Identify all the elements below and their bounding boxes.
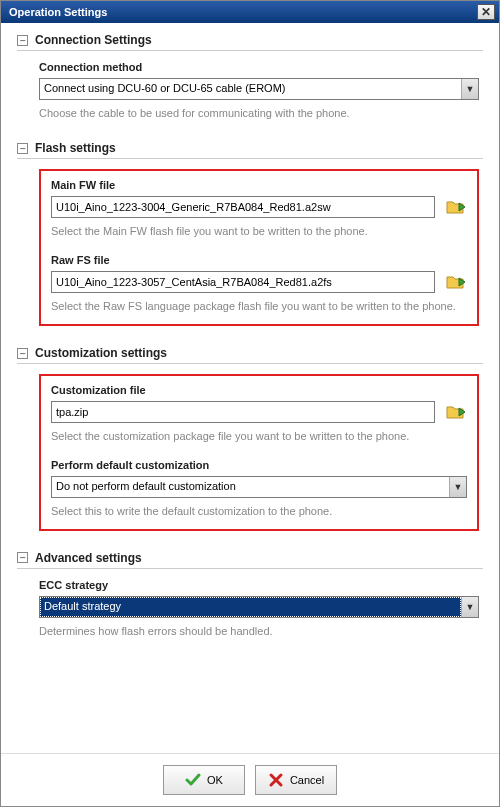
raw-fs-field: Raw FS file U10i_Aino_1223-3057_CentAsia…: [51, 254, 467, 314]
dialog-button-bar: OK Cancel: [1, 753, 499, 805]
perform-default-help: Select this to write the default customi…: [51, 504, 467, 519]
section-header-customization: − Customization settings: [17, 346, 483, 364]
main-fw-help: Select the Main FW flash file you want t…: [51, 224, 467, 239]
ok-button-label: OK: [207, 774, 223, 786]
cancel-button-label: Cancel: [290, 774, 324, 786]
connection-method-label: Connection method: [39, 61, 479, 73]
minus-icon: −: [19, 553, 25, 562]
section-body-customization: Customization file tpa.zip Select the cu…: [17, 374, 483, 531]
chevron-down-icon: ▼: [466, 602, 475, 612]
perform-default-dropdown[interactable]: Do not perform default customization ▼: [51, 476, 467, 498]
connection-method-dropdown[interactable]: Connect using DCU-60 or DCU-65 cable (ER…: [39, 78, 479, 100]
dialog-content: − Connection Settings Connection method …: [1, 23, 499, 753]
connection-method-help: Choose the cable to be used for communic…: [39, 106, 479, 121]
browse-customization-button[interactable]: [445, 401, 467, 423]
cross-icon: [268, 772, 284, 788]
close-icon: ✕: [481, 5, 491, 19]
section-header-advanced: − Advanced settings: [17, 551, 483, 569]
minus-icon: −: [19, 144, 25, 153]
section-toggle-flash[interactable]: −: [17, 143, 28, 154]
minus-icon: −: [19, 36, 25, 45]
customization-file-label: Customization file: [51, 384, 467, 396]
customization-highlight-box: Customization file tpa.zip Select the cu…: [39, 374, 479, 531]
raw-fs-input[interactable]: U10i_Aino_1223-3057_CentAsia_R7BA084_Red…: [51, 271, 435, 293]
section-title-connection: Connection Settings: [35, 33, 152, 47]
section-toggle-connection[interactable]: −: [17, 35, 28, 46]
chevron-down-icon: ▼: [454, 482, 463, 492]
main-fw-value: U10i_Aino_1223-3004_Generic_R7BA084_Red8…: [56, 201, 331, 213]
ecc-strategy-value: Default strategy: [40, 597, 461, 617]
section-toggle-customization[interactable]: −: [17, 348, 28, 359]
ok-button[interactable]: OK: [163, 765, 245, 795]
section-title-advanced: Advanced settings: [35, 551, 142, 565]
raw-fs-help: Select the Raw FS language package flash…: [51, 299, 467, 314]
section-title-customization: Customization settings: [35, 346, 167, 360]
raw-fs-value: U10i_Aino_1223-3057_CentAsia_R7BA084_Red…: [56, 276, 332, 288]
section-body-connection: Connection method Connect using DCU-60 o…: [17, 61, 483, 121]
section-flash: − Flash settings Main FW file U10i_Aino_…: [17, 141, 483, 326]
section-toggle-advanced[interactable]: −: [17, 552, 28, 563]
main-fw-input[interactable]: U10i_Aino_1223-3004_Generic_R7BA084_Red8…: [51, 196, 435, 218]
chevron-down-icon: ▼: [466, 84, 475, 94]
browse-raw-fs-button[interactable]: [445, 271, 467, 293]
minus-icon: −: [19, 349, 25, 358]
section-title-flash: Flash settings: [35, 141, 116, 155]
customization-file-help: Select the customization package file yo…: [51, 429, 467, 444]
window-titlebar: Operation Settings ✕: [1, 1, 499, 23]
checkmark-icon: [185, 772, 201, 788]
main-fw-label: Main FW file: [51, 179, 467, 191]
flash-highlight-box: Main FW file U10i_Aino_1223-3004_Generic…: [39, 169, 479, 326]
section-connection: − Connection Settings Connection method …: [17, 33, 483, 121]
raw-fs-label: Raw FS file: [51, 254, 467, 266]
connection-method-value: Connect using DCU-60 or DCU-65 cable (ER…: [40, 79, 461, 99]
window-title: Operation Settings: [9, 6, 107, 18]
section-body-flash: Main FW file U10i_Aino_1223-3004_Generic…: [17, 169, 483, 326]
dropdown-button[interactable]: ▼: [461, 79, 478, 99]
customization-file-input[interactable]: tpa.zip: [51, 401, 435, 423]
customization-file-value: tpa.zip: [56, 406, 88, 418]
ecc-strategy-label: ECC strategy: [39, 579, 479, 591]
ecc-strategy-help: Determines how flash errors should be ha…: [39, 624, 479, 639]
main-fw-field: Main FW file U10i_Aino_1223-3004_Generic…: [51, 179, 467, 239]
ecc-strategy-dropdown[interactable]: Default strategy ▼: [39, 596, 479, 618]
section-header-connection: − Connection Settings: [17, 33, 483, 51]
section-header-flash: − Flash settings: [17, 141, 483, 159]
cancel-button[interactable]: Cancel: [255, 765, 337, 795]
section-customization: − Customization settings Customization f…: [17, 346, 483, 531]
section-body-advanced: ECC strategy Default strategy ▼ Determin…: [17, 579, 483, 639]
browse-main-fw-button[interactable]: [445, 196, 467, 218]
window-close-button[interactable]: ✕: [477, 4, 495, 20]
perform-default-value: Do not perform default customization: [52, 477, 449, 497]
dropdown-button[interactable]: ▼: [449, 477, 466, 497]
perform-default-label: Perform default customization: [51, 459, 467, 471]
section-advanced: − Advanced settings ECC strategy Default…: [17, 551, 483, 639]
dropdown-button[interactable]: ▼: [461, 597, 478, 617]
